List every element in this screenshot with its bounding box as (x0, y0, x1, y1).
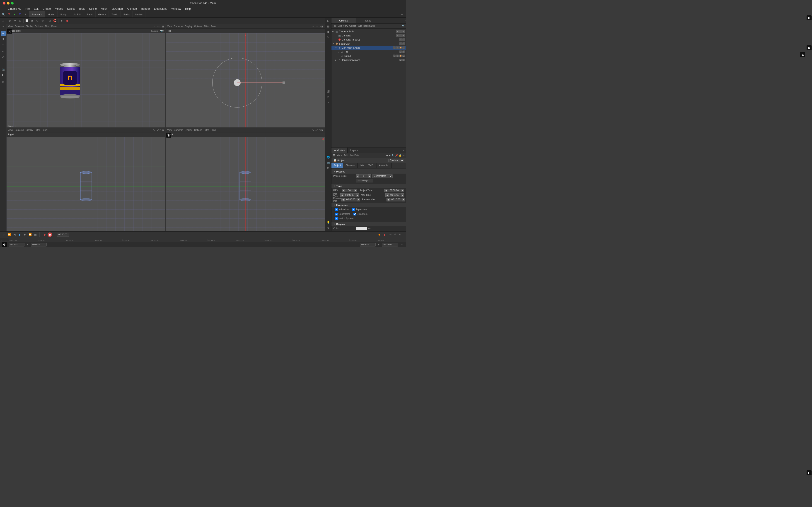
snap-icon[interactable]: 🧲 (53, 18, 57, 23)
unit-select[interactable]: Centimeters (372, 174, 393, 178)
stepper-up-maxtime[interactable]: ▶ (401, 193, 404, 197)
tl-play-end-icon[interactable]: ⏭ (33, 232, 38, 237)
world-icon[interactable]: ⊕ (23, 12, 28, 17)
timeline-end-display[interactable]: 00:10:00 (360, 243, 376, 246)
tab-script[interactable]: Script (120, 11, 133, 17)
subtab-cineware[interactable]: Cineware (343, 163, 358, 168)
content-browser-icon[interactable]: 🗂 (326, 35, 331, 39)
tree-item-detail[interactable]: △ Detail ● ◻ 🎨 △ (332, 54, 406, 58)
tree-item-top[interactable]: ▶ △ Top ● ◻ (332, 50, 406, 54)
x-axis-icon[interactable]: X (7, 12, 11, 17)
stepper-up-ptime[interactable]: ▶ (401, 189, 404, 192)
layer-icon[interactable]: ▦ (326, 24, 331, 29)
attr-nav-back-icon[interactable]: ◀ (386, 154, 388, 157)
cameras-menu-top[interactable]: Cameras (174, 25, 183, 27)
stepper-preview-max[interactable]: ◀ 00:10:00 ▶ (387, 198, 405, 202)
panel-menu-front[interactable]: Panel (211, 129, 217, 131)
tab-track[interactable]: Track (109, 11, 120, 17)
objects-icon[interactable]: ⊞ (326, 18, 331, 23)
stepper-up-prevmax[interactable]: ▶ (402, 198, 405, 202)
timeline-start2-display[interactable]: 00:00:00 (31, 243, 47, 246)
menu-modes[interactable]: Modes (53, 7, 65, 11)
filter-file[interactable]: File (333, 25, 337, 27)
apple-menu[interactable] (2, 8, 5, 9)
render-icon[interactable]: ▶ (1, 72, 6, 77)
tl-play-start-icon[interactable]: ⏮ (2, 232, 6, 237)
display-menu-perspective[interactable]: Display (26, 25, 33, 27)
rotate-view-icon[interactable]: ⊕ (7, 18, 12, 23)
stepper-up-scale[interactable]: ▶ (368, 174, 371, 178)
display-menu-top[interactable]: Display (185, 25, 192, 27)
grid-icon[interactable]: ⊞ (47, 18, 52, 23)
preset-select[interactable]: Custom (388, 159, 404, 162)
view-menu-right[interactable]: View (8, 129, 13, 131)
cameras-menu-perspective[interactable]: Cameras (15, 25, 24, 27)
polygon-mode-icon[interactable]: ⬡ (35, 18, 40, 23)
edge-tool-icon[interactable]: ⋀ (1, 54, 6, 59)
stepper-preview-min[interactable]: ◀ 00:00:00 ▶ (342, 198, 360, 202)
stepper-project-time[interactable]: ◀ 00:00:00 ▶ (384, 189, 404, 192)
tl-prev-frame-icon[interactable]: ⏪ (7, 232, 11, 237)
attr-nav-fwd-icon[interactable]: ▶ (389, 154, 391, 157)
section-header-project[interactable]: ▼ Project (332, 169, 406, 174)
right-canvas[interactable]: Grid Spacing : 50 cm (7, 137, 165, 231)
pan-view-icon[interactable]: ✥ (12, 18, 17, 23)
record-icon[interactable]: ⏺ (65, 18, 69, 23)
panel-menu-perspective[interactable]: Panel (51, 25, 57, 27)
stepper-up-mintime[interactable]: ▶ (356, 193, 359, 197)
photo-icon[interactable]: 🖼 (326, 166, 331, 170)
stepper-down-fps[interactable]: ◀ (342, 189, 345, 192)
menu-animate[interactable]: Animate (125, 7, 139, 11)
search-icon[interactable]: 🔍 (1, 12, 6, 17)
display-menu-right[interactable]: Display (26, 129, 33, 131)
tab-sculpt[interactable]: Sculpt (58, 11, 70, 17)
menu-cinema4d[interactable]: Cinema 4D (6, 7, 23, 11)
tl-loop-icon[interactable]: ↺ (393, 232, 397, 237)
view-menu-top[interactable]: View (167, 25, 172, 27)
subtab-project[interactable]: Project (332, 163, 343, 168)
subtab-info[interactable]: Info (358, 163, 366, 168)
stepper-min-time[interactable]: ◀ 00:00:00 ▶ (340, 193, 359, 197)
attr-edit-menu[interactable]: Edit (344, 154, 348, 157)
tab-attributes[interactable]: Attributes (332, 148, 348, 153)
maximize-button[interactable] (11, 2, 14, 5)
move-tool-icon[interactable]: ✛ (1, 31, 6, 36)
render-settings-icon[interactable]: 🎬 (326, 90, 331, 94)
options-menu-top[interactable]: Options (194, 25, 202, 27)
tree-item-camera-path[interactable]: ▶ 📷 Camera Path ● ◻ ⊕ (332, 30, 406, 34)
frame-all-icon[interactable]: ⬜ (25, 18, 29, 23)
display-menu-front[interactable]: Display (185, 129, 192, 131)
tab-uvedit[interactable]: UV Edit (70, 11, 84, 17)
filter-edit[interactable]: Edit (338, 25, 342, 27)
menu-tools[interactable]: Tools (77, 7, 87, 11)
tree-item-can-main-shape[interactable]: ▼ △ Can Main Shape ● ◻ 🎨 △ (332, 46, 406, 50)
z-axis-icon[interactable]: Z (18, 12, 22, 17)
menu-edit[interactable]: Edit (32, 7, 40, 11)
zoom-view-icon[interactable]: ⊞ (18, 18, 22, 23)
filter-menu-perspective[interactable]: Filter (44, 25, 49, 27)
tab-standard[interactable]: Standard (29, 11, 45, 17)
attr-userdata-menu[interactable]: User Data (349, 154, 359, 157)
stepper-down-maxtime[interactable]: ◀ (386, 193, 389, 197)
cb-expression[interactable] (352, 208, 355, 211)
subtab-animation[interactable]: Animation (377, 163, 392, 168)
point-tool-icon[interactable]: · (1, 60, 6, 65)
tab-objects[interactable]: Objects (332, 18, 356, 23)
tab-model[interactable]: Model (45, 11, 58, 17)
cameras-menu-right[interactable]: Cameras (15, 129, 24, 131)
xpresso-icon[interactable]: ✕ (326, 100, 331, 105)
menu-mograph[interactable]: MoGraph (110, 7, 124, 11)
color-picker-icon[interactable]: ✏ (368, 227, 370, 230)
tl-next-key-icon[interactable]: ▶ (23, 232, 27, 237)
tl-next-frame-icon[interactable]: ⏩ (28, 232, 33, 237)
globe-icon[interactable]: 🌐 (326, 155, 331, 160)
stepper-up-fps[interactable]: ▶ (354, 189, 357, 192)
cameras-menu-front[interactable]: Cameras (174, 129, 183, 131)
color-swatch[interactable] (356, 227, 367, 230)
filter-bookmarks[interactable]: Bookmarks (363, 25, 375, 27)
scale-tool-icon[interactable]: ⤡ (1, 42, 6, 47)
timeline-ruler[interactable]: 0 00:00:00 00:00:20 00:01:10 00:02:00 00… (0, 238, 406, 242)
perspective-canvas[interactable]: n Move + Grid Spacing : 50000 cp (7, 33, 165, 128)
tl-autokey-icon[interactable]: ⏺ (382, 232, 387, 237)
shading-icon[interactable]: ◑ (40, 18, 45, 23)
